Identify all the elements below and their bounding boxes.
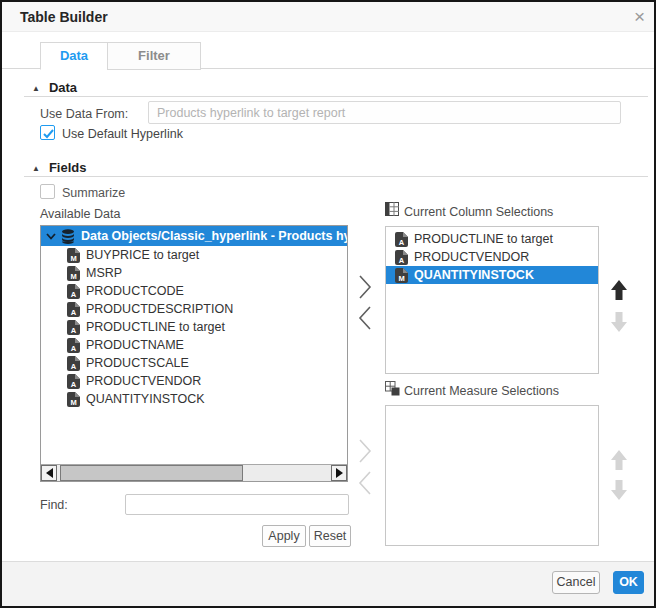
tree-item-label: PRODUCTVENDOR: [86, 374, 201, 388]
tree-item[interactable]: MBUYPRICE to target: [41, 246, 347, 264]
tree-item-label: PRODUCTNAME: [86, 338, 184, 352]
column-selections-icon: [385, 202, 399, 216]
svg-text:A: A: [71, 361, 77, 370]
use-default-hyperlink-label: Use Default Hyperlink: [62, 127, 183, 141]
dialog-title: Table Builder: [20, 9, 108, 25]
selection-item-label: PRODUCTVENDOR: [414, 250, 529, 264]
data-section-divider: [24, 96, 648, 97]
svg-text:M: M: [70, 253, 76, 262]
svg-text:M: M: [70, 397, 76, 406]
current-measure-selections-label: Current Measure Selections: [404, 384, 559, 398]
tree-item-label: BUYPRICE to target: [86, 248, 199, 262]
scroll-left-button[interactable]: [41, 465, 57, 481]
right-arrow-icon: [336, 468, 343, 478]
ok-button[interactable]: OK: [613, 571, 644, 594]
chevron-down-icon: [46, 233, 56, 240]
move-up-arrow[interactable]: [608, 279, 630, 301]
remove-measure-chevron-left[interactable]: [355, 470, 375, 496]
svg-text:A: A: [399, 255, 405, 264]
tree-item-list: MBUYPRICE to targetMMSRPAPRODUCTCODEAPRO…: [41, 246, 347, 408]
tree-item[interactable]: APRODUCTLINE to target: [41, 318, 347, 336]
table-builder-dialog: Table Builder × Data Filter ▲Data Use Da…: [0, 0, 656, 608]
scrollbar-thumb[interactable]: [60, 465, 243, 481]
current-column-selections-list: APRODUCTLINE to targetAPRODUCTVENDORMQUA…: [385, 226, 599, 374]
left-arrow-icon: [46, 468, 53, 478]
column-selection-item[interactable]: APRODUCTLINE to target: [386, 230, 598, 248]
tree-item[interactable]: APRODUCTVENDOR: [41, 372, 347, 390]
current-column-selections-label: Current Column Selections: [404, 205, 553, 219]
attribute-field-icon: A: [67, 374, 80, 389]
data-section-header[interactable]: ▲Data: [32, 80, 77, 95]
move-down-arrow[interactable]: [608, 479, 630, 501]
measure-selections-icon: [385, 381, 400, 396]
tree-root-item[interactable]: Data Objects/Classic_hyperlink - Product…: [41, 226, 347, 246]
svg-text:M: M: [398, 273, 404, 282]
svg-text:A: A: [399, 237, 405, 246]
attribute-field-icon: A: [67, 338, 80, 353]
svg-text:A: A: [71, 307, 77, 316]
close-icon[interactable]: ×: [634, 5, 645, 29]
tree-item[interactable]: APRODUCTNAME: [41, 336, 347, 354]
measure-field-icon: M: [67, 248, 80, 263]
tree-item[interactable]: MQUANTITYINSTOCK: [41, 390, 347, 408]
tree-item-label: PRODUCTSCALE: [86, 356, 189, 370]
use-default-hyperlink-checkbox[interactable]: [40, 125, 55, 140]
attribute-field-icon: A: [395, 232, 408, 247]
tree-root-label: Data Objects/Classic_hyperlink - Product…: [81, 229, 347, 243]
tree-item-label: QUANTITYINSTOCK: [86, 392, 205, 406]
column-selection-item[interactable]: APRODUCTVENDOR: [386, 248, 598, 266]
summarize-checkbox[interactable]: [40, 184, 55, 199]
svg-text:A: A: [71, 379, 77, 388]
selection-item-label: QUANTITYINSTOCK: [414, 268, 534, 282]
fields-section-header[interactable]: ▲Fields: [32, 160, 87, 175]
find-label: Find:: [40, 498, 68, 512]
summarize-label: Summarize: [62, 186, 125, 200]
apply-button[interactable]: Apply: [262, 525, 306, 547]
tree-item[interactable]: APRODUCTSCALE: [41, 354, 347, 372]
measure-field-icon: M: [395, 268, 408, 283]
reset-button[interactable]: Reset: [309, 525, 351, 547]
find-input[interactable]: [125, 494, 349, 515]
tab-filter[interactable]: Filter: [107, 42, 201, 70]
tree-item-label: PRODUCTLINE to target: [86, 320, 225, 334]
remove-column-chevron-left[interactable]: [355, 305, 375, 331]
add-measure-chevron-right[interactable]: [355, 438, 375, 464]
tree-item[interactable]: APRODUCTCODE: [41, 282, 347, 300]
tree-item-label: PRODUCTDESCRIPTION: [86, 302, 233, 316]
tree-item-label: MSRP: [86, 266, 122, 280]
tab-bar: Data Filter: [2, 42, 654, 69]
scroll-right-button[interactable]: [331, 465, 347, 481]
tree-item-label: PRODUCTCODE: [86, 284, 184, 298]
measure-field-icon: M: [67, 392, 80, 407]
attribute-field-icon: A: [67, 320, 80, 335]
collapse-triangle-icon: ▲: [32, 164, 40, 173]
svg-text:M: M: [70, 271, 76, 280]
checkmark-icon: [42, 127, 55, 140]
attribute-field-icon: A: [67, 356, 80, 371]
svg-text:A: A: [71, 325, 77, 334]
cancel-button[interactable]: Cancel: [552, 571, 600, 594]
move-down-arrow[interactable]: [608, 311, 630, 333]
measure-field-icon: M: [67, 266, 80, 281]
collapse-triangle-icon: ▲: [32, 84, 40, 93]
dialog-titlebar: Table Builder ×: [2, 2, 654, 32]
move-up-arrow[interactable]: [608, 449, 630, 471]
database-icon: [61, 229, 75, 244]
svg-text:A: A: [71, 343, 77, 352]
use-data-from-label: Use Data From:: [40, 107, 128, 121]
attribute-field-icon: A: [67, 302, 80, 317]
available-data-tree: Data Objects/Classic_hyperlink - Product…: [40, 225, 348, 482]
add-column-chevron-right[interactable]: [355, 274, 375, 300]
tree-item[interactable]: APRODUCTDESCRIPTION: [41, 300, 347, 318]
current-measure-selections-list: [385, 405, 599, 546]
available-data-label: Available Data: [40, 207, 120, 221]
attribute-field-icon: A: [67, 284, 80, 299]
svg-text:A: A: [71, 289, 77, 298]
tree-item[interactable]: MMSRP: [41, 264, 347, 282]
data-section-label: Data: [49, 80, 77, 95]
horizontal-scrollbar[interactable]: [41, 464, 347, 481]
use-data-from-input[interactable]: [148, 101, 621, 124]
column-selection-item[interactable]: MQUANTITYINSTOCK: [386, 266, 598, 284]
selection-item-label: PRODUCTLINE to target: [414, 232, 553, 246]
tab-data[interactable]: Data: [40, 42, 108, 70]
